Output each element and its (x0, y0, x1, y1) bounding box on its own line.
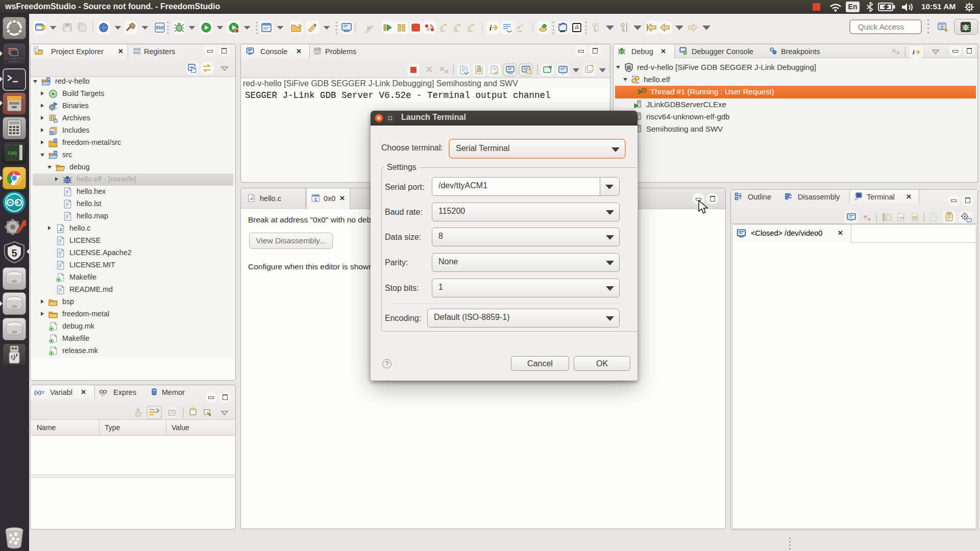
svg-text:naq: naq (8, 150, 17, 156)
svg-text:5: 5 (11, 247, 17, 259)
svg-text:90: 90 (899, 216, 903, 220)
svg-text:i: i (913, 48, 915, 56)
svg-text:010: 010 (156, 25, 163, 30)
